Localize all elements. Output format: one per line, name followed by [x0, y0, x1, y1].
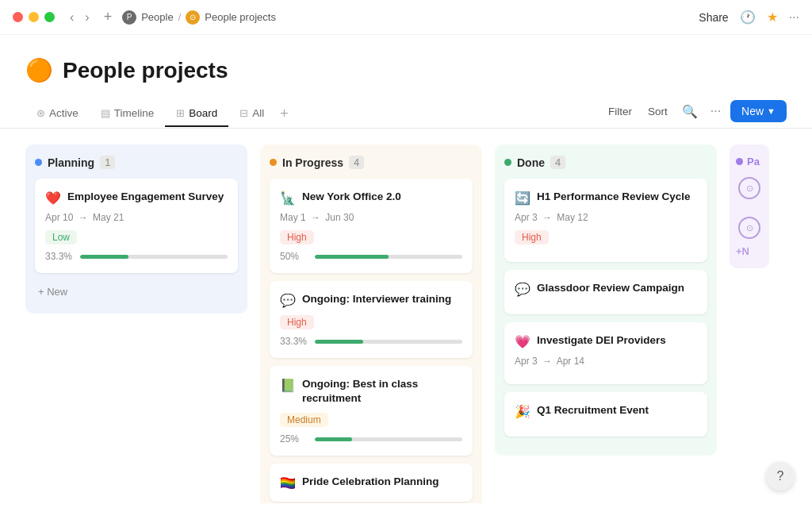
card-title-row: 🔄 H1 Performance Review Cycle: [515, 190, 697, 206]
column-done-header: Done 4: [504, 156, 707, 169]
column-done-dot: [504, 159, 511, 166]
card-q1-recruitment-title: Q1 Recruitment Event: [537, 403, 649, 418]
column-in-progress-dot: [270, 159, 277, 166]
card-chat-icon: 💬: [280, 293, 296, 308]
card-book-icon: 📗: [280, 378, 296, 393]
column-done: Done 4 🔄 H1 Performance Review Cycle Apr…: [495, 144, 717, 456]
card-rainbow-icon: 🏳️‍🌈: [280, 475, 296, 491]
nav-controls: ‹ ›: [66, 9, 94, 26]
add-new-label: + New: [38, 286, 67, 298]
card-speech-icon: 💬: [515, 282, 530, 297]
tab-all[interactable]: ⊟ All: [228, 101, 275, 127]
card-interviewer-training[interactable]: 💬 Ongoing: Interviewer training High 33.…: [270, 281, 473, 358]
progress-bar-bg: [315, 255, 462, 259]
minimize-button[interactable]: [29, 12, 39, 22]
progress-pct: 33.3%: [45, 251, 74, 262]
column-planning-title: Planning: [48, 156, 94, 169]
breadcrumb-projects[interactable]: People projects: [205, 11, 276, 23]
timeline-tab-icon: ▤: [101, 107, 110, 119]
card-new-york-office-title: New York Office 2.0: [302, 190, 401, 204]
filter-button[interactable]: Filter: [603, 102, 637, 121]
progress-pct: 50%: [280, 251, 308, 262]
new-button-label: New: [741, 105, 764, 117]
card-h1-performance-date: Apr 3 → May 12: [515, 212, 697, 223]
column-planning-count: 1: [100, 156, 115, 169]
add-tab-button[interactable]: +: [275, 99, 293, 129]
card-title-row: 🏳️‍🌈 Pride Celebration Planning: [280, 475, 462, 491]
card-title-row: 💬 Ongoing: Interviewer training: [280, 292, 462, 308]
card-dei-providers[interactable]: 💗 Investigate DEI Providers Apr 3 → Apr …: [504, 322, 707, 384]
maximize-button[interactable]: [44, 12, 55, 22]
tab-active[interactable]: ⊛ Active: [25, 101, 90, 127]
column-planning-dot: [35, 159, 42, 166]
add-new-planning[interactable]: + New: [35, 281, 238, 302]
share-button[interactable]: Share: [699, 11, 728, 24]
add-page-button[interactable]: +: [100, 7, 117, 27]
progress-bar-fill: [315, 340, 363, 344]
column-in-progress: In Progress 4 🗽 New York Office 2.0 May …: [260, 144, 482, 503]
new-button[interactable]: New ▼: [730, 100, 787, 122]
card-employee-engagement-badge: Low: [45, 230, 77, 244]
page-icon: 🟠: [25, 57, 53, 83]
card-interviewer-training-badge: High: [280, 315, 314, 329]
card-q1-recruitment[interactable]: 🎉 Q1 Recruitment Event: [504, 392, 707, 437]
sort-button[interactable]: Sort: [643, 102, 672, 121]
card-h1-performance-badge: High: [515, 230, 549, 244]
progress-pct: 33.3%: [280, 336, 308, 347]
column-in-progress-header: In Progress 4: [270, 156, 473, 169]
column-partial-dot: [736, 158, 743, 165]
card-title-row: 💗 Investigate DEI Providers: [515, 333, 697, 349]
card-employee-engagement-title: Employee Engagement Survey: [67, 190, 224, 204]
progress-bar-bg: [315, 340, 462, 344]
help-button[interactable]: ?: [766, 462, 795, 491]
card-best-in-class-title: Ongoing: Best in class recruitment: [302, 377, 462, 406]
card-best-in-class-progress: 25%: [280, 433, 462, 444]
card-glassdoor-title: Glassdoor Review Campaign: [537, 281, 684, 295]
card-employee-engagement-date: Apr 10 → May 21: [45, 212, 228, 223]
column-planning-header: Planning 1: [35, 156, 238, 169]
partial-icon-2: ⊙: [738, 217, 760, 239]
close-button[interactable]: [13, 12, 23, 22]
clock-icon[interactable]: 🕐: [740, 10, 756, 25]
card-pride-celebration[interactable]: 🏳️‍🌈 Pride Celebration Planning: [270, 464, 473, 502]
tab-board-label: Board: [189, 107, 217, 119]
all-tab-icon: ⊟: [239, 107, 248, 119]
breadcrumb-separator: /: [178, 11, 182, 23]
column-partial-header: Pa: [736, 156, 763, 167]
page-title: People projects: [63, 58, 228, 83]
card-new-york-office[interactable]: 🗽 New York Office 2.0 May 1 → Jun 30 Hig…: [270, 179, 473, 273]
column-done-count: 4: [550, 156, 565, 169]
column-in-progress-count: 4: [349, 156, 364, 169]
search-button[interactable]: 🔍: [679, 101, 701, 122]
more-options-button[interactable]: ···: [789, 10, 799, 25]
breadcrumb-people[interactable]: People: [141, 11, 173, 23]
card-new-york-office-badge: High: [280, 230, 314, 244]
column-partial-title: Pa: [747, 156, 760, 167]
breadcrumb: P People / ⊙ People projects: [122, 10, 699, 25]
tab-board[interactable]: ⊞ Board: [165, 101, 228, 127]
card-glassdoor[interactable]: 💬 Glassdoor Review Campaign: [504, 270, 707, 314]
active-tab-icon: ⊛: [36, 107, 45, 119]
more-toolbar-button[interactable]: ···: [707, 101, 724, 121]
column-in-progress-title: In Progress: [282, 156, 343, 169]
back-button[interactable]: ‹: [66, 9, 78, 26]
card-best-in-class[interactable]: 📗 Ongoing: Best in class recruitment Med…: [270, 366, 473, 456]
progress-bar-bg: [80, 255, 228, 259]
column-done-title: Done: [517, 156, 545, 169]
card-new-york-office-date: May 1 → Jun 30: [280, 212, 462, 223]
progress-bar-bg: [315, 437, 462, 441]
card-employee-engagement[interactable]: ❤️ Employee Engagement Survey Apr 10 → M…: [35, 179, 238, 273]
progress-bar-fill: [80, 255, 128, 259]
partial-icon-1: ⊙: [738, 177, 760, 199]
column-planning: Planning 1 ❤️ Employee Engagement Survey…: [25, 144, 247, 314]
forward-button[interactable]: ›: [81, 9, 93, 26]
tab-timeline-label: Timeline: [114, 107, 155, 119]
card-h1-performance[interactable]: 🔄 H1 Performance Review Cycle Apr 3 → Ma…: [504, 179, 707, 262]
board-tab-icon: ⊞: [176, 107, 185, 119]
card-interviewer-training-progress: 33.3%: [280, 336, 462, 347]
board-container: Planning 1 ❤️ Employee Engagement Survey…: [0, 129, 812, 503]
card-interviewer-training-title: Ongoing: Interviewer training: [302, 292, 451, 306]
partial-add-button[interactable]: +N: [736, 245, 763, 257]
star-icon[interactable]: ★: [767, 10, 778, 25]
tab-timeline[interactable]: ▤ Timeline: [90, 101, 166, 127]
